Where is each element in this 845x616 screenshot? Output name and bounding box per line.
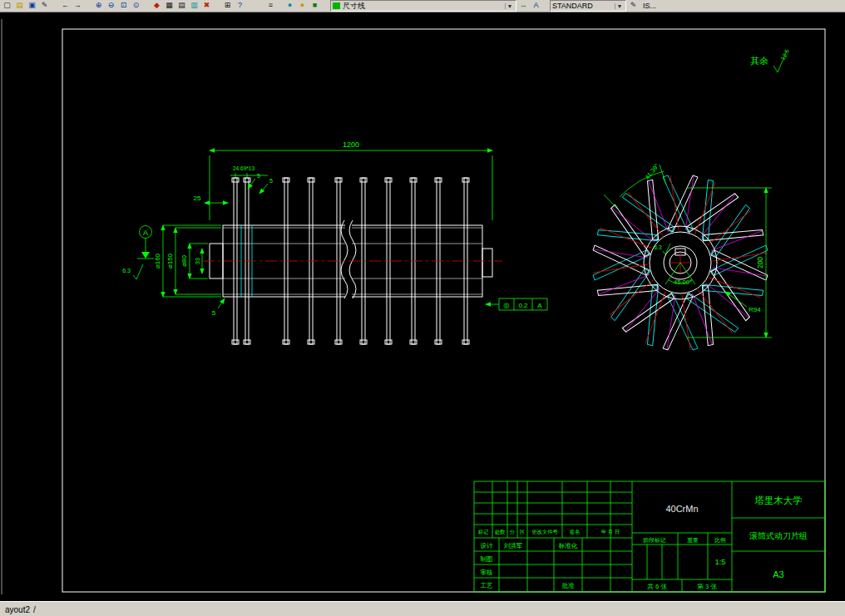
edit-pencil-icon[interactable]: ✎ bbox=[39, 1, 50, 11]
tb-header-count: 处数 bbox=[495, 529, 506, 535]
grid-icon[interactable]: ⊞ bbox=[222, 1, 233, 11]
title-block: 标记 处数 分 区 更改文件号 签名 年 月 日 设计 刘洪军 标准化 制图 审… bbox=[474, 481, 825, 592]
layer-color-cyan-icon[interactable]: ● bbox=[284, 1, 295, 11]
break-mask bbox=[345, 221, 352, 298]
layer-color-green-icon[interactable]: ■ bbox=[309, 1, 320, 11]
zoom-out-icon[interactable]: ⊖ bbox=[106, 1, 116, 11]
new-file-icon[interactable]: ▢ bbox=[2, 1, 12, 11]
tb-check-label: 审核 bbox=[481, 569, 494, 576]
erase-icon[interactable]: ✖ bbox=[201, 1, 212, 11]
tb-header-mark: 标记 bbox=[477, 529, 489, 535]
tb-designer-name: 刘洪军 bbox=[504, 542, 523, 549]
tb-header-sign: 签名 bbox=[570, 529, 581, 535]
redo-icon[interactable]: → bbox=[72, 1, 83, 11]
tb-header-doc-no: 更改文件号 bbox=[531, 529, 558, 535]
zoom-extents-icon[interactable]: ⊙ bbox=[131, 1, 141, 11]
table-style-icon[interactable]: ▤ bbox=[176, 1, 187, 11]
table-icon[interactable]: ▦ bbox=[164, 1, 175, 11]
datum-triangle-icon bbox=[141, 252, 150, 259]
layer-color-yellow-icon[interactable]: ● bbox=[297, 1, 308, 11]
tb-sheets-total: 共 6 张 bbox=[647, 583, 667, 590]
text-style-value: STANDARD bbox=[552, 2, 593, 10]
text-tool-icon[interactable]: A bbox=[531, 1, 541, 11]
tab-layout2[interactable]: ayout2 bbox=[2, 605, 33, 614]
tolerance-datum: A bbox=[537, 302, 542, 309]
status-bar: ayout2 / bbox=[0, 601, 845, 616]
tb-standardize-label: 标准化 bbox=[558, 542, 578, 549]
side-view-dimensions: 1200 24.69*13 5 5 25 ⌀160 ⌀150 bbox=[122, 140, 547, 317]
dim-angle2: 45.00° bbox=[674, 278, 692, 286]
end-finish-value: 6.3 bbox=[654, 244, 661, 250]
match-properties-icon[interactable]: ◆ bbox=[151, 1, 162, 11]
dim-style-combo[interactable]: 尺寸线 ▼ bbox=[330, 0, 516, 12]
tb-part-title: 滚筒式动刀片组 bbox=[749, 531, 808, 540]
general-note: 其余 12.5 bbox=[750, 48, 790, 72]
tb-header-zone-b: 区 bbox=[520, 529, 526, 535]
tolerance-value: 0.2 bbox=[518, 302, 528, 309]
note-label: 其余 bbox=[750, 56, 768, 66]
dim-5-bottom: 5 bbox=[212, 309, 216, 317]
drawing-svg: 其余 12.5 bbox=[0, 12, 845, 601]
dim-style-value: 尺寸线 bbox=[343, 1, 365, 12]
chevron-down-icon[interactable]: ▼ bbox=[615, 3, 624, 9]
dim-length: 1200 bbox=[343, 140, 359, 149]
tb-organization: 塔里木大学 bbox=[754, 495, 803, 505]
right-stub-shaft bbox=[482, 249, 492, 277]
chevron-down-icon[interactable]: ▼ bbox=[505, 3, 514, 9]
dim-pitch: 24.69*13 bbox=[233, 165, 254, 171]
dim-33: 33 bbox=[195, 258, 200, 264]
zoom-window-icon[interactable]: ⊡ bbox=[118, 1, 129, 11]
cad-window: ▢ ▤ ▣ ✎ ← → ⊕ ⊖ ⊡ ⊙ ◆ ▦ ▤ ▥ ✖ ⊞ ? ≡ ● ● … bbox=[0, 0, 845, 616]
undo-icon[interactable]: ← bbox=[60, 1, 71, 11]
tb-weight-label: 重量 bbox=[687, 537, 699, 543]
dim-d80: ⌀80 bbox=[180, 255, 188, 267]
finish-value: 6.3 bbox=[122, 268, 131, 274]
dim-5-top1: 5 bbox=[257, 173, 260, 179]
tb-material: 40CrMn bbox=[665, 504, 698, 514]
zoom-in-icon[interactable]: ⊕ bbox=[93, 1, 104, 11]
layers-icon[interactable]: ≡ bbox=[265, 1, 276, 11]
tb-sheet-no: 第 3 张 bbox=[697, 583, 717, 590]
text-style-combo[interactable]: STANDARD ▼ bbox=[550, 0, 626, 12]
tb-approve-label: 批准 bbox=[562, 582, 576, 589]
sheet-set-icon[interactable]: ▥ bbox=[189, 1, 200, 11]
tb-scale-label: 比例 bbox=[714, 537, 726, 544]
toolbar-right-label: IS... bbox=[643, 2, 656, 10]
help-icon[interactable]: ? bbox=[235, 1, 245, 11]
dim-r94: R94 bbox=[749, 306, 761, 313]
datum-label: A bbox=[143, 229, 148, 237]
side-view bbox=[203, 178, 502, 344]
tb-process-label: 工艺 bbox=[481, 582, 494, 589]
dim-dia200: 200 bbox=[756, 257, 764, 269]
tb-sheet-size: A3 bbox=[773, 569, 783, 579]
tb-stage-label: 阶段标记 bbox=[643, 537, 665, 544]
open-file-icon[interactable]: ▤ bbox=[14, 1, 25, 11]
dim-25: 25 bbox=[194, 195, 201, 202]
end-view-dimensions: 41.39° 200 45.00° R94 6.3 bbox=[604, 162, 772, 338]
edit-text-icon[interactable]: ✎ bbox=[628, 1, 639, 11]
tb-header-zone-a: 分 bbox=[510, 529, 516, 535]
tb-draft-label: 制图 bbox=[480, 555, 493, 563]
drawing-canvas[interactable]: 其余 12.5 bbox=[0, 12, 845, 601]
save-icon[interactable]: ▣ bbox=[27, 1, 37, 11]
tolerance-symbol: ◎ bbox=[503, 301, 509, 309]
dim-style-preview-icon bbox=[333, 2, 340, 9]
dim-5-top2: 5 bbox=[269, 178, 273, 184]
tb-design-label: 设计 bbox=[481, 542, 494, 549]
dim-d150: ⌀150 bbox=[166, 253, 174, 269]
note-value: 12.5 bbox=[780, 48, 791, 61]
tb-scale-value: 1:5 bbox=[715, 558, 726, 566]
dim-d160: ⌀160 bbox=[154, 253, 161, 269]
dim-angle1: 41.39° bbox=[644, 162, 661, 181]
tab-separator: / bbox=[33, 605, 36, 614]
toolbar: ▢ ▤ ▣ ✎ ← → ⊕ ⊖ ⊡ ⊙ ◆ ▦ ▤ ▥ ✖ ⊞ ? ≡ ● ● … bbox=[0, 0, 845, 12]
surface-finish-icon bbox=[133, 264, 143, 279]
tb-header-date: 年 月 日 bbox=[601, 529, 620, 535]
dimension-icon[interactable]: ↔ bbox=[518, 1, 529, 11]
